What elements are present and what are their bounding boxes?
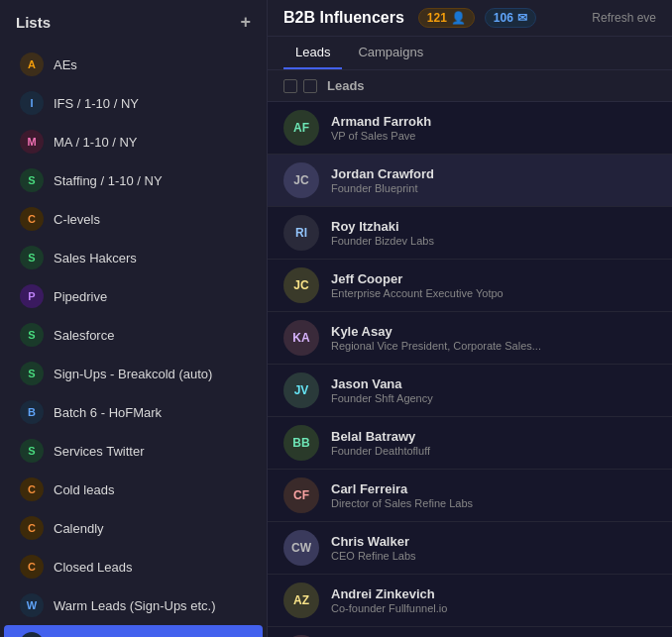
list-item-label: Warm Leads (Sign-Ups etc.) — [54, 598, 227, 613]
lead-avatar: BB — [283, 425, 319, 461]
sidebar-item-ma[interactable]: M MA / 1-10 / NY ⋮ — [4, 123, 263, 160]
list-avatar: S — [20, 246, 44, 269]
lead-name: Belal Batrawy — [331, 429, 645, 444]
lead-info: Jason Vana Founder Shft Agency — [331, 376, 645, 404]
sidebar-list: A AEs ⋮ I IFS / 1-10 / NY ⋮ M MA / 1-10 … — [0, 45, 267, 637]
lead-avatar-initials: JC — [293, 173, 308, 187]
list-avatar: S — [20, 323, 44, 347]
lead-avatar-initials: CF — [293, 488, 309, 502]
lead-avatar: JV — [283, 372, 319, 408]
select-all-checkbox[interactable] — [283, 79, 297, 93]
lead-name: Roy Itzhaki — [331, 219, 645, 234]
lead-info: Jeff Cooper Enterprise Account Executive… — [331, 271, 645, 299]
list-avatar: S — [20, 362, 44, 385]
lead-info: Jordan Crawford Founder Blueprint — [331, 166, 645, 194]
badge-leads-count: 121 👤 — [418, 8, 475, 28]
lead-row[interactable]: JC Jeff Cooper Enterprise Account Execut… — [268, 260, 672, 312]
sidebar-item-calendly[interactable]: C Calendly ⋮ — [4, 509, 263, 547]
sidebar-item-closedleads[interactable]: C Closed Leads ⋮ — [4, 548, 263, 585]
sidebar-item-ifs[interactable]: I IFS / 1-10 / NY ⋮ — [4, 84, 263, 122]
lead-row[interactable]: JC Jordan Crawford Founder Blueprint + — [268, 155, 672, 207]
sidebar-item-pipedrive[interactable]: P Pipedrive ⋮ — [4, 277, 263, 315]
lead-job-title: Founder Shft Agency — [331, 392, 609, 404]
list-item-label: Calendly — [54, 521, 227, 536]
lead-job-title: Director of Sales Refine Labs — [331, 497, 609, 509]
list-avatar: C — [20, 207, 44, 231]
lead-avatar: KA — [283, 320, 319, 356]
sidebar-item-signups[interactable]: S Sign-Ups - Breakcold (auto) ⋮ — [4, 355, 263, 392]
lead-row[interactable]: CR Chris Ritson Co-Founder + CEO Stealth… — [268, 627, 672, 637]
lead-name: Jordan Crawford — [331, 166, 645, 181]
lead-avatar-initials: AZ — [293, 593, 309, 607]
list-item-label: Services Twitter — [54, 444, 227, 459]
leads-column-header: Leads — [327, 78, 365, 93]
lead-row[interactable]: BB Belal Batrawy Founder Deathtofluff + — [268, 417, 672, 470]
lead-avatar: AF — [283, 110, 319, 146]
list-item-label: Cold leads — [54, 482, 227, 497]
lead-avatar: AZ — [283, 583, 319, 618]
main-panel: B2B Influencers 121 👤 106 ✉ Refresh eve … — [268, 0, 672, 637]
list-avatar: M — [20, 130, 44, 154]
list-item-label: Staffing / 1-10 / NY — [54, 173, 227, 188]
sidebar-item-aes[interactable]: A AEs ⋮ — [4, 46, 263, 83]
lead-job-title: Founder Bizdev Labs — [331, 235, 609, 247]
sidebar-item-services[interactable]: S Services Twitter ⋮ — [4, 432, 263, 470]
list-item-label: Sales Hakcers — [54, 251, 227, 265]
sidebar-title: Lists — [16, 14, 51, 31]
lead-row[interactable]: KA Kyle Asay Regional Vice President, Co… — [268, 312, 672, 365]
sidebar-item-b2b[interactable]: B B2B Influencers ⋮ — [4, 625, 263, 637]
lead-name: Andrei Zinkevich — [331, 586, 645, 601]
lead-info: Kyle Asay Regional Vice President, Corpo… — [331, 324, 645, 352]
lead-row[interactable]: CW Chris Walker CEO Refine Labs + — [268, 522, 672, 575]
select-all-checkbox-2[interactable] — [303, 79, 317, 93]
list-avatar: A — [20, 53, 44, 76]
sidebar-item-salesforce[interactable]: S Salesforce ⋮ — [4, 316, 263, 354]
lead-job-title: VP of Sales Pave — [331, 130, 609, 142]
lead-avatar-initials: AF — [293, 121, 309, 135]
lead-name: Jeff Cooper — [331, 271, 645, 286]
lead-row[interactable]: RI Roy Itzhaki Founder Bizdev Labs + — [268, 207, 672, 260]
lead-info: Andrei Zinkevich Co-founder Fullfunnel.i… — [331, 586, 645, 614]
list-item-label: C-levels — [54, 212, 227, 227]
tab-leads[interactable]: Leads — [283, 37, 342, 69]
list-avatar: C — [20, 555, 44, 579]
refresh-button[interactable]: Refresh eve — [592, 11, 656, 25]
lead-info: Belal Batrawy Founder Deathtofluff — [331, 429, 645, 457]
lead-row[interactable]: AZ Andrei Zinkevich Co-founder Fullfunne… — [268, 575, 672, 627]
lead-row[interactable]: JV Jason Vana Founder Shft Agency + — [268, 365, 672, 417]
lead-info: Chris Walker CEO Refine Labs — [331, 534, 645, 562]
lead-name: Armand Farrokh — [331, 114, 645, 129]
list-item-label: Salesforce — [54, 328, 227, 343]
lead-avatar: RI — [283, 215, 319, 251]
list-item-label: Sign-Ups - Breakcold (auto) — [54, 367, 227, 381]
lead-name: Chris Walker — [331, 534, 645, 549]
sidebar-item-saleshackers[interactable]: S Sales Hakcers ⋮ — [4, 239, 263, 276]
add-list-button[interactable]: + — [240, 12, 251, 33]
lead-row[interactable]: CF Carl Ferreira Director of Sales Refin… — [268, 470, 672, 522]
lead-job-title: Founder Blueprint — [331, 182, 609, 194]
sidebar-item-coldleads[interactable]: C Cold leads ⋮ — [4, 471, 263, 508]
badge-emails-icon: ✉ — [517, 11, 527, 25]
sidebar-item-warmleads[interactable]: W Warm Leads (Sign-Ups etc.) ⋮ — [4, 586, 263, 624]
lead-job-title: Enterprise Account Executive Yotpo — [331, 287, 609, 299]
sidebar-item-batch6[interactable]: B Batch 6 - HoFMark ⋮ — [4, 393, 263, 431]
lead-avatar: JC — [283, 267, 319, 303]
lead-info: Carl Ferreira Director of Sales Refine L… — [331, 481, 645, 509]
badge-emails-number: 106 — [494, 11, 513, 25]
lead-info: Armand Farrokh VP of Sales Pave — [331, 114, 645, 142]
lead-job-title: Founder Deathtofluff — [331, 445, 609, 457]
sidebar-item-staffing[interactable]: S Staffing / 1-10 / NY ⋮ — [4, 161, 263, 199]
lead-name: Carl Ferreira — [331, 481, 645, 496]
badge-emails-count: 106 ✉ — [485, 8, 536, 28]
list-item-label: Batch 6 - HoFMark — [54, 405, 227, 420]
tab-campaigns[interactable]: Campaigns — [346, 37, 435, 69]
tab-bar: Leads Campaigns — [268, 37, 672, 70]
lead-avatar-initials: CW — [291, 541, 311, 555]
list-avatar: B — [20, 400, 44, 424]
sidebar-item-clevels[interactable]: C C-levels ⋮ — [4, 200, 263, 238]
lead-avatar-initials: JV — [294, 383, 309, 397]
list-avatar: B — [20, 632, 44, 637]
lead-info: Roy Itzhaki Founder Bizdev Labs — [331, 219, 645, 247]
lead-row[interactable]: AF Armand Farrokh VP of Sales Pave + — [268, 102, 672, 155]
list-item-label: Pipedrive — [54, 289, 227, 304]
